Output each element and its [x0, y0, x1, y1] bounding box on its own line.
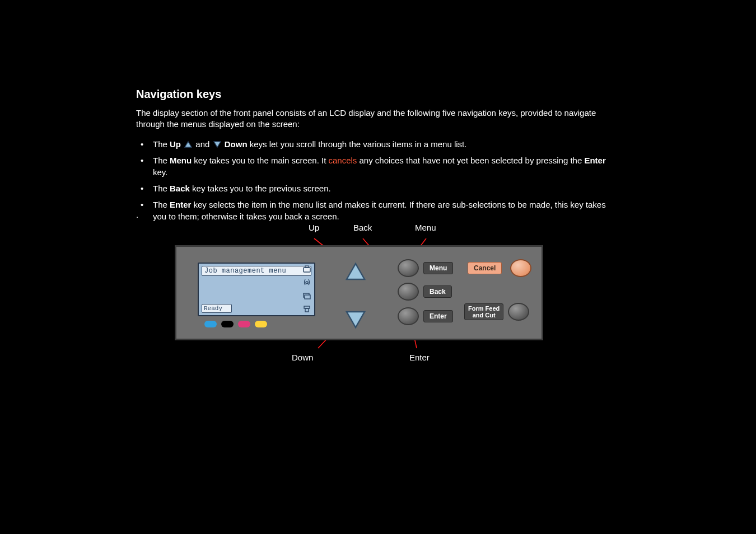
formfeed-button-label: Form Feed and Cut — [464, 303, 503, 320]
bullet-item-back: The Back key takes you to the previous s… — [136, 182, 618, 194]
svg-marker-1 — [214, 142, 221, 147]
text-fragment: any choices that have not yet been selec… — [357, 156, 584, 165]
text-fragment: key selects the item in the menu list an… — [153, 200, 606, 221]
bullet-item-enter: The Enter key selects the item in the me… — [136, 199, 618, 222]
panel-diagram: Up Back Menu Job management menu Ready — [175, 223, 550, 364]
key-menu-label: Menu — [170, 156, 192, 165]
formfeed-group: Form Feed and Cut — [464, 303, 529, 321]
ink-yellow — [255, 321, 267, 327]
formfeed-label-line1: Form Feed — [468, 305, 500, 312]
enter-button[interactable]: Enter — [398, 307, 419, 325]
diagram-bottom-labels: Down Enter — [175, 353, 550, 364]
menu-button-label: Menu — [423, 262, 453, 274]
printer-icon — [302, 265, 312, 275]
up-button[interactable] — [344, 261, 367, 284]
cancels-text: cancels — [328, 156, 357, 165]
svg-marker-14 — [347, 264, 365, 279]
bullet-list: The Up and Down keys let you scroll thro… — [136, 138, 618, 222]
paper-stack-icon — [302, 291, 312, 301]
key-up-label: Up — [170, 139, 181, 149]
formfeed-label-line2: and Cut — [468, 312, 500, 318]
intro-text: The display section of the front panel c… — [136, 107, 618, 130]
content-block: Navigation keys The display section of t… — [136, 88, 618, 228]
svg-marker-15 — [347, 312, 365, 327]
text-fragment: keys let you scroll through the various … — [248, 139, 467, 149]
ink-cyan — [204, 321, 217, 327]
enter-button-label: Enter — [423, 310, 453, 322]
label-down: Down — [292, 353, 313, 362]
key-enter-label: Enter — [170, 200, 191, 209]
bullet-item-menu: The Menu key takes you to the main scree… — [136, 154, 618, 178]
svg-marker-0 — [185, 142, 192, 147]
lcd-status: Ready — [202, 304, 232, 313]
cancel-group: Cancel — [468, 259, 531, 277]
lcd-side-icons — [301, 265, 313, 314]
down-arrow-icon — [213, 141, 221, 148]
label-back: Back — [353, 223, 372, 232]
key-enter-label: Enter — [584, 156, 605, 165]
text-fragment: The — [153, 156, 170, 165]
svg-rect-8 — [305, 266, 309, 268]
page: Navigation keys The display section of t… — [0, 0, 756, 534]
label-menu: Menu — [415, 223, 436, 232]
svg-point-9 — [306, 282, 308, 284]
roll-icon — [302, 304, 312, 314]
svg-rect-7 — [304, 268, 310, 272]
formfeed-button[interactable] — [508, 303, 529, 321]
page-title: Navigation keys — [136, 88, 618, 101]
panel-wrap: Job management menu Ready — [175, 237, 550, 349]
text-fragment: key takes you to the main screen. It — [192, 156, 328, 165]
svg-rect-13 — [305, 308, 309, 312]
key-back-label: Back — [170, 184, 190, 193]
diagram-top-labels: Up Back Menu — [175, 223, 550, 234]
ink-black — [221, 321, 234, 327]
svg-rect-11 — [305, 295, 310, 299]
text-fragment: key. — [153, 167, 167, 177]
back-button[interactable]: Back — [398, 283, 419, 301]
text-fragment: key takes you to the previous screen. — [190, 184, 331, 193]
stray-dot: . — [136, 210, 138, 219]
lcd-display: Job management menu Ready — [198, 263, 315, 316]
ink-levels — [204, 321, 267, 327]
back-button-label: Back — [423, 285, 452, 298]
menu-button[interactable]: Menu — [398, 259, 419, 277]
text-fragment: and — [195, 139, 212, 149]
up-arrow-icon — [184, 141, 192, 148]
key-down-label: Down — [225, 139, 248, 149]
cancel-button-label: Cancel — [468, 262, 502, 274]
front-panel: Job management menu Ready — [175, 245, 543, 340]
bullet-item-updown: The Up and Down keys let you scroll thro… — [136, 138, 618, 150]
label-up: Up — [309, 223, 319, 232]
ink-magenta — [238, 321, 250, 327]
text-fragment: The — [153, 184, 170, 193]
down-button[interactable] — [344, 307, 367, 330]
text-fragment: The — [153, 139, 170, 149]
ink-icon — [302, 278, 312, 288]
cancel-button[interactable] — [510, 259, 531, 277]
text-fragment: The — [153, 200, 170, 209]
label-enter: Enter — [409, 353, 430, 362]
lcd-row-selected: Job management menu — [202, 266, 311, 276]
